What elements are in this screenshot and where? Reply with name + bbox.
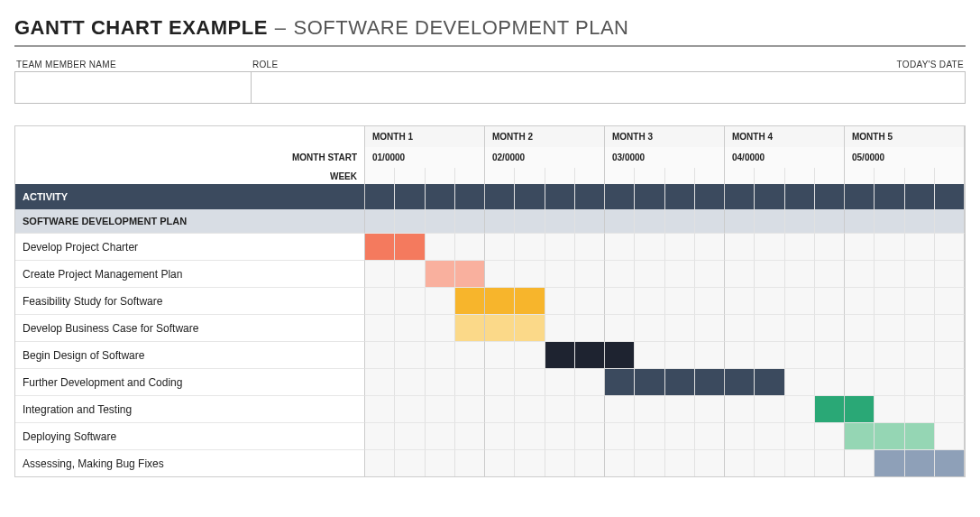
task-week-cell bbox=[365, 287, 395, 314]
activity-week-cell bbox=[515, 184, 545, 209]
task-week-cell bbox=[695, 449, 725, 476]
section-week-cell bbox=[365, 209, 395, 233]
task-week-cell bbox=[755, 422, 784, 449]
section-week-cell bbox=[785, 209, 815, 233]
task-week-cell bbox=[545, 368, 575, 395]
section-week-cell bbox=[905, 209, 935, 233]
week-header-cell bbox=[365, 168, 395, 184]
task-week-cell bbox=[755, 260, 784, 287]
task-week-cell bbox=[485, 341, 515, 368]
activity-week-cell bbox=[815, 184, 845, 209]
task-week-cell bbox=[905, 314, 935, 341]
task-week-cell bbox=[695, 341, 725, 368]
task-row: Begin Design of Software bbox=[15, 341, 965, 368]
task-week-cell bbox=[485, 233, 515, 260]
task-week-cell bbox=[935, 395, 965, 422]
task-week-cell bbox=[485, 449, 515, 476]
task-week-cell bbox=[845, 260, 875, 287]
task-week-cell bbox=[725, 287, 755, 314]
task-week-cell bbox=[785, 314, 815, 341]
task-week-cell bbox=[395, 260, 425, 287]
task-row: Develop Project Charter bbox=[15, 233, 965, 260]
task-week-cell bbox=[635, 449, 664, 476]
task-bar-cell bbox=[605, 368, 635, 395]
task-week-cell bbox=[815, 260, 845, 287]
task-week-cell bbox=[426, 233, 455, 260]
task-week-cell bbox=[695, 287, 725, 314]
task-week-cell bbox=[845, 449, 875, 476]
task-week-cell bbox=[845, 233, 875, 260]
month-start-cell: 05/0000 bbox=[845, 147, 965, 168]
section-week-cell bbox=[875, 209, 904, 233]
section-week-cell bbox=[605, 209, 635, 233]
task-week-cell bbox=[395, 449, 425, 476]
task-week-cell bbox=[605, 449, 635, 476]
title-sep: – bbox=[275, 16, 287, 40]
section-week-cell bbox=[755, 209, 784, 233]
task-week-cell bbox=[665, 422, 695, 449]
task-week-cell bbox=[695, 233, 725, 260]
task-week-cell bbox=[455, 368, 485, 395]
task-bar-cell bbox=[545, 341, 575, 368]
activity-week-cell bbox=[395, 184, 425, 209]
week-header-cell bbox=[426, 168, 455, 184]
task-week-cell bbox=[665, 449, 695, 476]
task-week-cell bbox=[485, 260, 515, 287]
task-week-cell bbox=[695, 314, 725, 341]
task-week-cell bbox=[395, 368, 425, 395]
task-week-cell bbox=[545, 314, 575, 341]
month-header-blank bbox=[15, 125, 365, 147]
task-week-cell bbox=[845, 287, 875, 314]
task-week-cell bbox=[455, 422, 485, 449]
task-week-cell bbox=[905, 341, 935, 368]
task-row: Develop Business Case for Software bbox=[15, 314, 965, 341]
task-week-cell bbox=[755, 449, 784, 476]
task-label: Assessing, Making Bug Fixes bbox=[15, 449, 365, 476]
task-week-cell bbox=[605, 287, 635, 314]
task-week-cell bbox=[785, 233, 815, 260]
activity-week-cell bbox=[695, 184, 725, 209]
task-bar-cell bbox=[875, 449, 904, 476]
week-header-cell bbox=[755, 168, 784, 184]
task-week-cell bbox=[725, 341, 755, 368]
role-field[interactable] bbox=[251, 71, 823, 104]
task-label: Develop Business Case for Software bbox=[15, 314, 365, 341]
task-week-cell bbox=[815, 368, 845, 395]
task-week-cell bbox=[935, 422, 965, 449]
task-week-cell bbox=[785, 395, 815, 422]
name-field[interactable] bbox=[14, 71, 251, 104]
task-week-cell bbox=[575, 395, 605, 422]
task-week-cell bbox=[815, 341, 845, 368]
month-start-cell: 02/0000 bbox=[485, 147, 605, 168]
section-week-cell bbox=[695, 209, 725, 233]
task-bar-cell bbox=[605, 341, 635, 368]
task-week-cell bbox=[665, 233, 695, 260]
task-week-cell bbox=[545, 449, 575, 476]
month-start-cell: 04/0000 bbox=[725, 147, 845, 168]
task-week-cell bbox=[635, 287, 664, 314]
task-week-cell bbox=[485, 368, 515, 395]
week-header-cell bbox=[515, 168, 545, 184]
task-week-cell bbox=[665, 260, 695, 287]
section-week-cell bbox=[515, 209, 545, 233]
task-week-cell bbox=[575, 287, 605, 314]
task-week-cell bbox=[545, 395, 575, 422]
role-field-label: ROLE bbox=[251, 60, 823, 71]
date-field-label: TODAY'S DATE bbox=[823, 60, 966, 71]
task-week-cell bbox=[785, 449, 815, 476]
section-week-cell bbox=[575, 209, 605, 233]
task-week-cell bbox=[785, 341, 815, 368]
task-week-cell bbox=[395, 422, 425, 449]
date-field[interactable] bbox=[822, 71, 966, 104]
task-week-cell bbox=[935, 233, 965, 260]
week-header-cell bbox=[635, 168, 664, 184]
task-bar-cell bbox=[365, 233, 395, 260]
section-header: SOFTWARE DEVELOPMENT PLAN bbox=[15, 209, 365, 233]
task-week-cell bbox=[515, 260, 545, 287]
task-bar-cell bbox=[845, 422, 875, 449]
task-label: Further Development and Coding bbox=[15, 368, 365, 395]
task-week-cell bbox=[875, 260, 904, 287]
task-label: Develop Project Charter bbox=[15, 233, 365, 260]
task-week-cell bbox=[875, 395, 904, 422]
section-week-cell bbox=[845, 209, 875, 233]
